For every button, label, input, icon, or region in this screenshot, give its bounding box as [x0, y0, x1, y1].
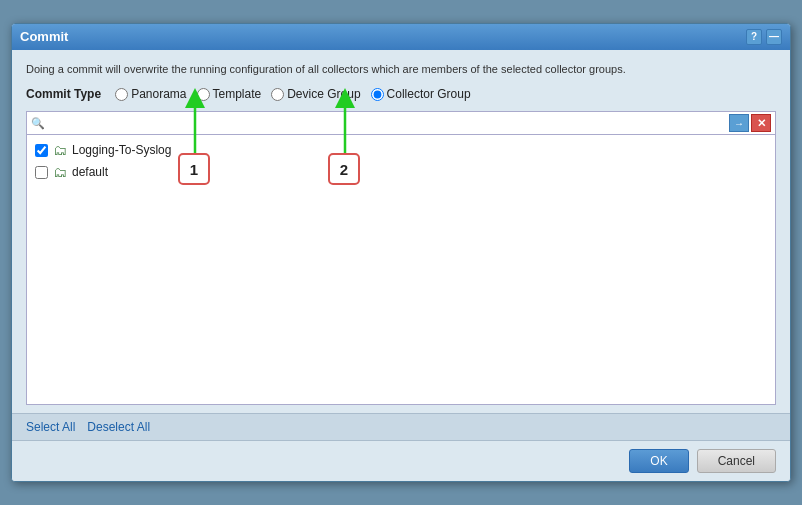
list-item[interactable]: 🗂 default [33, 161, 769, 183]
item2-folder-icon: 🗂 [53, 164, 67, 180]
radio-panorama-input[interactable] [115, 88, 128, 101]
search-magnifier-icon: 🔍 [31, 117, 45, 130]
search-bar: 🔍 → ✕ [26, 111, 776, 135]
item2-label: default [72, 165, 108, 179]
commit-type-row: Commit Type Panorama Template Device Gro… [26, 87, 776, 101]
radio-collector-group-input[interactable] [371, 88, 384, 101]
radio-device-group-label: Device Group [287, 87, 360, 101]
footer-bar: Select All Deselect All [12, 413, 790, 440]
button-bar: OK Cancel [12, 440, 790, 481]
help-icon[interactable]: ? [746, 29, 762, 45]
cancel-button[interactable]: Cancel [697, 449, 776, 473]
minimize-icon[interactable]: — [766, 29, 782, 45]
search-clear-button[interactable]: ✕ [751, 114, 771, 132]
ok-button[interactable]: OK [629, 449, 688, 473]
search-go-button[interactable]: → [729, 114, 749, 132]
radio-template-label: Template [213, 87, 262, 101]
list-container: 🗂 Logging-To-Syslog 🗂 default [26, 135, 776, 405]
item1-checkbox[interactable] [35, 144, 48, 157]
radio-collector-group-label: Collector Group [387, 87, 471, 101]
title-bar: Commit ? — [12, 24, 790, 50]
radio-panorama-label: Panorama [131, 87, 186, 101]
radio-collector-group[interactable]: Collector Group [371, 87, 471, 101]
commit-dialog: Commit ? — Doing a commit will overwrite… [11, 23, 791, 482]
item1-folder-icon: 🗂 [53, 142, 67, 158]
info-text: Doing a commit will overwrite the runnin… [26, 62, 776, 77]
search-input[interactable] [49, 116, 727, 130]
item2-checkbox[interactable] [35, 166, 48, 179]
list-area: 🗂 Logging-To-Syslog 🗂 default [26, 135, 776, 405]
title-bar-icons: ? — [746, 29, 782, 45]
radio-device-group-input[interactable] [271, 88, 284, 101]
radio-template[interactable]: Template [197, 87, 262, 101]
dialog-body: Doing a commit will overwrite the runnin… [12, 50, 790, 413]
list-item[interactable]: 🗂 Logging-To-Syslog [33, 139, 769, 161]
deselect-all-link[interactable]: Deselect All [87, 420, 150, 434]
radio-panorama[interactable]: Panorama [115, 87, 186, 101]
item1-label: Logging-To-Syslog [72, 143, 171, 157]
radio-device-group[interactable]: Device Group [271, 87, 360, 101]
commit-type-label: Commit Type [26, 87, 101, 101]
radio-template-input[interactable] [197, 88, 210, 101]
dialog-title: Commit [20, 29, 68, 44]
select-all-link[interactable]: Select All [26, 420, 75, 434]
